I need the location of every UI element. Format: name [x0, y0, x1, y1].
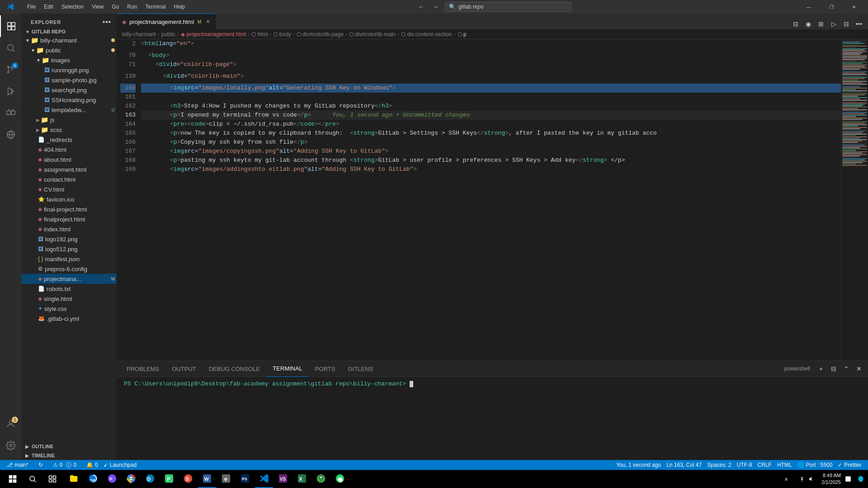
minimize-button[interactable]: —: [798, 0, 819, 14]
extensions-icon[interactable]: [0, 102, 22, 124]
breadcrumb-repo[interactable]: billy-charmant: [122, 31, 156, 38]
menu-view[interactable]: View: [88, 3, 107, 11]
panel-tab-output[interactable]: OUTPUT: [165, 361, 202, 377]
tree-gitlabci[interactable]: 🦊 .gitlab-ci.yml: [22, 314, 117, 324]
taskbar-excel[interactable]: X: [293, 470, 311, 488]
search-activity-icon[interactable]: [0, 37, 22, 59]
panel-tab-ports[interactable]: PORTS: [309, 361, 342, 377]
tree-about[interactable]: ◈ about.html: [22, 155, 117, 164]
tree-root-folder[interactable]: ▼ 📁 billy-charmant: [22, 35, 117, 45]
menu-edit[interactable]: Edit: [40, 3, 57, 11]
tree-prepros[interactable]: ⚙ prepros-6.config: [22, 264, 117, 274]
tree-favicon[interactable]: ⭐ favicon.ico: [22, 194, 117, 204]
breadcrumb-public[interactable]: public: [161, 31, 175, 38]
tree-index[interactable]: ◈ index.html: [22, 224, 117, 234]
settings-icon[interactable]: [0, 435, 22, 456]
tree-projectmanagement[interactable]: ◈ projectmana... M: [22, 274, 117, 284]
tree-single[interactable]: ◈ single.html: [22, 294, 117, 304]
taskbar-edge[interactable]: [84, 470, 102, 488]
taskbar-app4[interactable]: ⚙: [217, 470, 235, 488]
tree-runninggit[interactable]: 🖼 runninggit.png: [22, 65, 117, 75]
notification-center-btn[interactable]: [844, 470, 852, 488]
tree-finalproject[interactable]: ◈ finalproject.html: [22, 214, 117, 224]
search-taskbar-btn[interactable]: [24, 470, 42, 488]
taskbar-messages[interactable]: [331, 470, 349, 488]
split-editor-icon[interactable]: ⊞: [816, 19, 826, 29]
tree-scss-folder[interactable]: ▶ 📁 scss: [22, 125, 117, 135]
nav-forward-btn[interactable]: →: [430, 1, 441, 12]
search-bar[interactable]: 🔍 gitlab repo: [445, 2, 571, 12]
status-encoding[interactable]: UTF-8: [734, 460, 755, 470]
status-formatter[interactable]: ✓ Prettier: [835, 460, 864, 470]
taskview-btn[interactable]: [43, 470, 61, 488]
tree-404[interactable]: ◈ 404.html: [22, 145, 117, 155]
taskbar-word[interactable]: W: [198, 470, 216, 488]
tree-manifest[interactable]: { } manifest.json: [22, 254, 117, 264]
taskbar-maps[interactable]: [312, 470, 330, 488]
taskbar-app2[interactable]: P: [160, 470, 178, 488]
close-panel-icon[interactable]: ✕: [854, 363, 864, 374]
breadcrumb-colorlib-main[interactable]: ⬡ div#colorlib-main: [349, 31, 396, 38]
tree-final-project[interactable]: ◈ final-project.html: [22, 204, 117, 214]
sidebar-more-icon[interactable]: •••: [103, 18, 111, 26]
breadcrumb-html[interactable]: ⬡ html: [251, 31, 268, 38]
tree-templatedw[interactable]: 🖼 templatedw... U: [22, 105, 117, 115]
explorer-icon[interactable]: [0, 15, 22, 37]
breadcrumb-content-section[interactable]: ⬡ div.content-section: [401, 31, 452, 38]
status-spaces[interactable]: Spaces: 2: [704, 460, 734, 470]
code-area[interactable]: <html lang="en"> <body> <div id="colorli…: [139, 39, 841, 361]
taskbar-dell[interactable]: D: [141, 470, 159, 488]
menu-help[interactable]: Help: [170, 3, 189, 11]
accounts-icon[interactable]: 1: [0, 413, 22, 435]
menu-selection[interactable]: Selection: [58, 3, 87, 11]
taskbar-chrome[interactable]: [122, 470, 140, 488]
status-language[interactable]: HTML: [774, 460, 795, 470]
maximize-panel-icon[interactable]: ⌃: [841, 363, 852, 374]
taskbar-powershell[interactable]: PS: [236, 470, 254, 488]
timeline-section[interactable]: ▶ TIMELINE: [22, 451, 117, 460]
menu-go[interactable]: Go: [108, 3, 123, 11]
menu-terminal[interactable]: Terminal: [142, 3, 169, 11]
tree-sample-photo[interactable]: 🖼 sample-photo.jpg: [22, 75, 117, 85]
taskbar-vscode[interactable]: [255, 470, 273, 488]
status-launchpad[interactable]: ↙ Launchpad: [101, 460, 139, 470]
tree-logo192[interactable]: 🖼 logo192.png: [22, 234, 117, 244]
chevron-up-icon[interactable]: ∧: [784, 476, 788, 482]
tab-close-icon[interactable]: ✕: [206, 19, 210, 25]
tree-contact[interactable]: ◈ contact.html: [22, 174, 117, 184]
breadcrumb-file[interactable]: ◈ projectmanagement.html: [181, 31, 246, 38]
tree-sshcreating[interactable]: 🖼 SSHcreating.png: [22, 95, 117, 105]
more-actions-icon[interactable]: •••: [854, 19, 864, 29]
status-errors[interactable]: ⚠ 0 ⓘ 0: [50, 460, 79, 470]
terminal-content[interactable]: PS C:\Users\unipodlp9\Desktop\fab-academ…: [117, 377, 868, 460]
tree-public-folder[interactable]: ▼ 📁 public: [22, 45, 117, 55]
source-control-icon[interactable]: 6: [0, 59, 22, 80]
tree-searchgit[interactable]: 🖼 searchgit.png: [22, 85, 117, 95]
tree-cv[interactable]: ◈ CV.html: [22, 184, 117, 194]
taskbar-prepros[interactable]: P: [103, 470, 121, 488]
remote-icon[interactable]: [0, 124, 22, 145]
preview-icon[interactable]: ◉: [803, 19, 814, 29]
status-port[interactable]: 🌐 Port : 5500: [795, 460, 835, 470]
tree-logo512[interactable]: 🖼 logo512.png: [22, 244, 117, 254]
status-git-info[interactable]: You, 1 second ago: [613, 460, 664, 470]
run-icon[interactable]: ▷: [828, 19, 839, 29]
tree-style[interactable]: ✦ style.css: [22, 304, 117, 314]
breadcrumb-p[interactable]: ⬡ p: [458, 31, 467, 38]
start-button[interactable]: [4, 470, 22, 488]
taskbar-file-explorer[interactable]: [65, 470, 83, 488]
tree-robots[interactable]: 📄 robots.txt: [22, 284, 117, 294]
status-line-ending[interactable]: CRLF: [755, 460, 774, 470]
panel-tab-debug[interactable]: DEBUG CONSOLE: [203, 361, 266, 377]
split-layout-icon[interactable]: ⊟: [790, 19, 801, 29]
editor-content[interactable]: 2 70 71 139 160 161 162 163 164 165 166 …: [117, 39, 841, 361]
menu-file[interactable]: File: [24, 3, 39, 11]
status-position[interactable]: Ln 163, Col 47: [664, 460, 704, 470]
restore-button[interactable]: ❐: [821, 0, 842, 14]
panel-tab-problems[interactable]: PROBLEMS: [120, 361, 165, 377]
panel-tab-terminal[interactable]: TERMINAL: [266, 361, 309, 377]
new-terminal-icon[interactable]: +: [816, 363, 826, 374]
status-branch[interactable]: ⎇ main*: [4, 460, 31, 470]
close-button[interactable]: ✕: [844, 0, 864, 14]
repo-section[interactable]: ▼ GITLAB REPO: [22, 28, 117, 35]
